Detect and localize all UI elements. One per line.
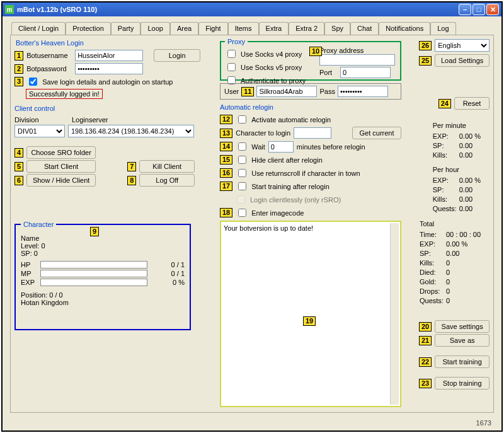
activate-relogin-label: Activate automatic relogin (251, 116, 331, 124)
start-client-button[interactable]: Start Client (26, 160, 96, 173)
char-region: Hotan Kingdom (21, 299, 185, 306)
t-kills-l: Kills: (420, 258, 446, 268)
loginserver-select[interactable]: 198.136.48.234 (198.136.48.234) (68, 125, 194, 137)
hp-bar (40, 261, 147, 268)
proxy-legend: Proxy (225, 38, 248, 45)
t-sp-l: SP: (420, 249, 446, 258)
exp-bar (40, 279, 147, 286)
botusername-input[interactable] (75, 50, 143, 61)
character-fieldset: Character 9 Name Level: 0 SP: 0 HP 0 / 1… (14, 221, 191, 330)
tab-notifications[interactable]: Notifications (379, 22, 430, 35)
tab-protection[interactable]: Protection (66, 22, 111, 35)
window-title: mBot v1.12b (vSRO 110) (17, 6, 97, 13)
tab-party[interactable]: Party (111, 22, 141, 35)
annot-14: 14 (220, 142, 232, 151)
imagecode-label: Enter imagecode (251, 209, 304, 217)
log-scrollbar[interactable] (390, 223, 399, 405)
minimize-button[interactable]: – (459, 4, 471, 15)
annot-21: 21 (419, 336, 432, 345)
log-off-button[interactable]: Log Off (139, 174, 195, 187)
tab-extra2[interactable]: Extra 2 (289, 22, 324, 35)
kill-client-button[interactable]: Kill Client (139, 160, 195, 173)
start-training-after-label: Start training after relogin (251, 183, 329, 190)
mp-bar (40, 270, 147, 277)
tab-client-login[interactable]: Client / Login (11, 22, 66, 35)
app-icon: m (5, 5, 14, 14)
save-as-button[interactable]: Save as (435, 334, 490, 347)
returnscroll-checkbox[interactable] (238, 169, 246, 177)
stop-training-button[interactable]: Stop training (435, 377, 490, 390)
stats-total: Total Time:00 : 00 : 00 EXP:0.00 % SP:0.… (420, 219, 481, 306)
tab-area[interactable]: Area (170, 22, 198, 35)
start-training-button[interactable]: Start training (435, 355, 490, 368)
stats-per-hour: Per hour EXP:0.00 % SP:0.00 Kills:0.00 Q… (433, 165, 481, 214)
socks4-label: Use Socks v4 proxy (241, 50, 302, 58)
stats-per-minute: Per minute EXP:0.00 % SP:0.00 Kills:0.00 (433, 121, 481, 160)
wait-checkbox[interactable] (238, 142, 246, 151)
imagecode-checkbox[interactable] (238, 209, 246, 217)
annot-10: 10 (309, 47, 322, 56)
annot-26: 26 (419, 41, 432, 50)
proxy-pass-label: Pass (319, 88, 335, 95)
proxy-address-input[interactable] (319, 54, 395, 66)
client-control-section: Client control Division Loginserver DIV0… (14, 105, 211, 188)
load-settings-button[interactable]: Load Settings (435, 54, 490, 67)
pm-kills-l: Kills: (433, 151, 459, 160)
tab-spy[interactable]: Spy (324, 22, 350, 35)
tab-loop[interactable]: Loop (140, 22, 169, 35)
proxy-pass-input[interactable] (338, 86, 388, 97)
annot-22: 22 (419, 357, 432, 367)
botpassword-input[interactable] (75, 63, 143, 74)
window-buttons: – □ ✕ (459, 4, 499, 15)
per-minute-heading: Per minute (433, 121, 481, 130)
char-to-login-input[interactable] (294, 127, 331, 139)
per-hour-heading: Per hour (433, 165, 481, 175)
proxy-user-input[interactable] (256, 86, 317, 97)
tab-fight[interactable]: Fight (198, 22, 227, 35)
botpassword-label: Botpassword (26, 65, 72, 72)
close-button[interactable]: ✕ (486, 4, 499, 15)
tab-extra[interactable]: Extra (259, 22, 289, 35)
ph-quests-l: Quests: (433, 204, 459, 214)
socks4-checkbox[interactable] (227, 50, 236, 58)
status-bar-number: 1673 (476, 419, 491, 427)
clientless-checkbox (237, 195, 245, 204)
t-exp-v: 0.00 % (446, 240, 467, 248)
char-to-login-label: Character to login (236, 129, 290, 137)
proxy-auth-row: User 11 Pass (220, 83, 401, 100)
get-current-button[interactable]: Get current (352, 127, 401, 139)
tab-log[interactable]: Log (430, 22, 455, 35)
choose-sro-folder-button[interactable]: Choose SRO folder (26, 146, 96, 159)
save-login-label: Save login details and autologin on star… (42, 78, 173, 86)
annot-16: 16 (220, 168, 232, 178)
language-select[interactable]: English (435, 39, 490, 52)
reset-button[interactable]: Reset (454, 97, 490, 110)
division-select[interactable]: DIV01 (14, 125, 65, 137)
t-time-l: Time: (420, 230, 446, 240)
start-training-after-checkbox[interactable] (238, 182, 246, 190)
annot-9: 9 (90, 227, 99, 236)
annot-2: 2 (14, 64, 23, 74)
save-login-checkbox[interactable] (29, 78, 37, 86)
division-label: Division (14, 116, 69, 124)
log-box: Your botversion is up to date! 19 (220, 221, 401, 407)
hp-label: HP (21, 261, 37, 268)
t-exp-l: EXP: (420, 240, 446, 249)
show-hide-client-button[interactable]: Show / Hide Client (26, 174, 96, 187)
tab-chat[interactable]: Chat (350, 22, 379, 35)
proxy-fieldset: Proxy 10 Use Socks v4 proxy Use Socks v5… (220, 38, 401, 81)
activate-relogin-checkbox[interactable] (238, 115, 246, 124)
socks5-checkbox[interactable] (227, 63, 236, 71)
exp-label: EXP (21, 279, 37, 286)
save-settings-button[interactable]: Save settings (435, 320, 490, 333)
annot-13: 13 (220, 129, 232, 138)
hide-after-checkbox[interactable] (238, 156, 246, 164)
login-button[interactable]: Login (154, 49, 200, 62)
loginserver-label: Loginserver (72, 116, 108, 124)
ph-exp-v: 0.00 % (459, 176, 481, 184)
annot-23: 23 (419, 379, 432, 388)
wait-minutes-input[interactable] (268, 141, 294, 153)
proxy-port-input[interactable] (340, 67, 391, 78)
tab-items[interactable]: Items (228, 22, 259, 35)
maximize-button[interactable]: □ (472, 4, 485, 15)
